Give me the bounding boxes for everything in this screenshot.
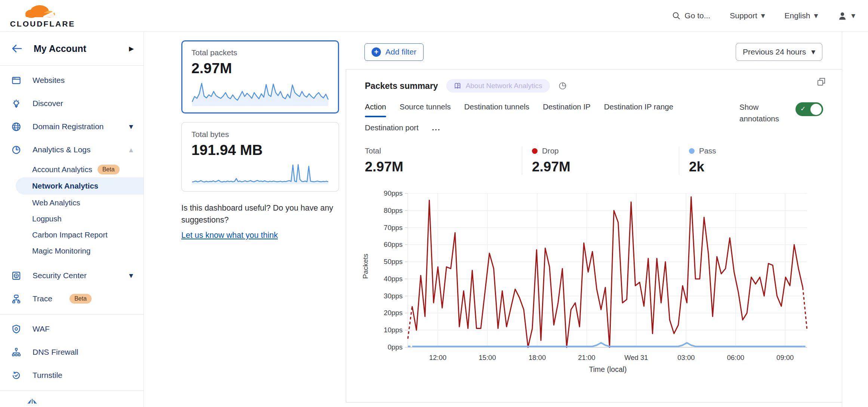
timeseries-svg[interactable]: 0pps10pps20pps30pps40pps50pps60pps70pps8… — [365, 187, 808, 363]
chevron-down-icon: ▼ — [129, 273, 133, 279]
card-value: 2.97M — [191, 60, 329, 77]
sidebar-subitem-account-analytics[interactable]: Account Analytics Beta — [0, 161, 144, 177]
tab-destination-ip[interactable]: Destination IP — [543, 102, 591, 112]
sidebar-subitem-label: Carbon Impact Report — [32, 230, 108, 239]
sidebar-item-label: WAF — [33, 324, 50, 333]
sidebar-item-websites[interactable]: Websites — [0, 69, 144, 92]
security-center-icon — [11, 271, 21, 281]
sidebar-item-analytics-logs[interactable]: Analytics & Logs ▲ — [0, 138, 144, 161]
support-menu[interactable]: Support ▼ — [730, 11, 765, 20]
card-value: 191.94 MB — [191, 142, 329, 158]
svg-text:50pps: 50pps — [384, 258, 403, 265]
sidebar-subitem-web-analytics[interactable]: Web Analytics — [0, 195, 144, 211]
sidebar-subitem-label: Web Analytics — [32, 198, 80, 207]
stat-pass: Pass 2k — [679, 146, 716, 175]
toggle-knob — [810, 104, 822, 115]
cloudflare-logo[interactable]: CLOUDFLARE — [13, 3, 73, 28]
user-account-menu[interactable]: ▼ — [837, 11, 855, 21]
stat-label: Drop — [542, 146, 558, 155]
sidebar-item-label: Websites — [33, 76, 65, 85]
sidebar-item-discover[interactable]: Discover — [0, 92, 144, 115]
svg-text:09:00: 09:00 — [776, 354, 794, 361]
goto-search[interactable]: Go to... — [672, 11, 710, 20]
svg-text:03:00: 03:00 — [677, 354, 695, 361]
x-axis-title: Time (local) — [365, 365, 808, 374]
tab-destination-tunnels[interactable]: Destination tunnels — [464, 102, 529, 112]
user-icon — [837, 11, 847, 21]
sidebar-item-security-center[interactable]: Security Center ▼ — [0, 264, 144, 287]
about-pill-label: About Network Analytics — [466, 82, 542, 90]
chevron-down-icon: ▼ — [811, 49, 815, 55]
show-annotations-label: Show annotations — [739, 102, 785, 125]
add-filter-button[interactable]: + Add filter — [364, 43, 424, 61]
card-title: Total bytes — [191, 130, 329, 139]
svg-text:18:00: 18:00 — [529, 354, 546, 361]
logo-wordmark: CLOUDFLARE — [10, 19, 76, 28]
svg-text:Wed 31: Wed 31 — [624, 354, 648, 361]
sidebar-subitem-label: Network Analytics — [32, 181, 98, 190]
back-arrow-icon[interactable] — [11, 44, 22, 53]
y-axis-title: Packets — [361, 254, 370, 279]
refresh-check-icon — [11, 370, 21, 380]
stats-row: Total 2.97M Drop 2.97M Pass 2k — [365, 146, 823, 175]
right-gutter — [842, 32, 868, 407]
browser-window-icon — [11, 75, 21, 86]
cloudflare-cloud-icon — [20, 3, 65, 19]
sidebar-item-waf[interactable]: WAF — [0, 317, 144, 341]
sidebar-subitem-network-analytics[interactable]: Network Analytics — [16, 177, 144, 195]
feedback-link[interactable]: Let us know what you think — [181, 229, 278, 241]
sidebar-item-domain-registration[interactable]: Domain Registration ▼ — [0, 115, 144, 138]
divider — [0, 391, 144, 391]
main-content: + Add filter Previous 24 hours ▼ Packets… — [346, 32, 842, 407]
sidebar-item-label: Analytics & Logs — [33, 145, 90, 154]
total-bytes-card[interactable]: Total bytes 191.94 MB — [181, 122, 339, 192]
panel-title: Packets summary — [365, 81, 438, 91]
svg-text:20pps: 20pps — [384, 309, 403, 317]
tab-action[interactable]: Action — [365, 102, 386, 112]
svg-text:12:00: 12:00 — [429, 354, 446, 361]
svg-text:10pps: 10pps — [384, 326, 403, 334]
language-label: English — [785, 11, 810, 20]
packets-timeseries-chart[interactable]: Packets 0pps10pps20pps30pps40pps50pps60p… — [365, 187, 823, 374]
dimension-tabs-row2: Destination port ... — [365, 123, 823, 133]
sidebar-item-trace[interactable]: Trace Beta — [0, 287, 144, 310]
feedback-question: Is this dashboard useful? Do you have an… — [181, 202, 343, 226]
about-network-analytics-pill[interactable]: About Network Analytics — [446, 79, 550, 93]
sidebar-item-turnstile[interactable]: Turnstile — [0, 364, 144, 387]
language-menu[interactable]: English ▼ — [785, 11, 818, 20]
sidebar-subitem-carbon-impact-report[interactable]: Carbon Impact Report — [0, 227, 144, 243]
bytes-sparkline — [191, 163, 329, 184]
svg-text:70pps: 70pps — [384, 224, 403, 232]
data-freshness-pie-icon[interactable] — [558, 81, 567, 90]
sidebar-item-label: Turnstile — [33, 371, 62, 380]
zero-trust-icon[interactable] — [27, 396, 144, 405]
sidebar-subitem-logpush[interactable]: Logpush — [0, 211, 144, 227]
show-annotations-toggle[interactable]: ✓ — [795, 102, 823, 116]
expand-panel-icon[interactable] — [816, 77, 826, 87]
tab-destination-port[interactable]: Destination port — [365, 123, 419, 133]
sidebar-item-dns-firewall[interactable]: DNS Firewall — [0, 341, 144, 364]
stat-drop: Drop 2.97M — [522, 146, 679, 175]
sidebar-subitem-label: Account Analytics — [32, 165, 92, 174]
add-filter-label: Add filter — [385, 47, 416, 56]
book-icon — [454, 82, 461, 90]
sidebar-item-label: DNS Firewall — [33, 348, 79, 357]
divider — [0, 65, 144, 66]
packets-summary-panel: Packets summary About Network Analytics — [346, 69, 842, 403]
stat-total: Total 2.97M — [365, 146, 522, 175]
top-navigation-bar: CLOUDFLARE Go to... Support ▼ English ▼ … — [0, 0, 868, 32]
trace-icon — [11, 294, 21, 304]
stat-label: Pass — [699, 146, 716, 155]
drop-legend-dot — [532, 148, 538, 154]
sidebar: My Account ▶ Websites Discover — [0, 32, 144, 407]
tab-destination-ip-range[interactable]: Destination IP range — [604, 102, 673, 112]
time-range-label: Previous 24 hours — [743, 47, 806, 56]
account-title[interactable]: My Account — [34, 43, 86, 54]
sidebar-subitem-magic-monitoring[interactable]: Magic Monitoring — [0, 243, 144, 259]
chevron-right-icon[interactable]: ▶ — [129, 45, 134, 52]
more-tabs-button[interactable]: ... — [432, 123, 441, 133]
shield-gear-icon — [11, 324, 21, 334]
tab-source-tunnels[interactable]: Source tunnels — [400, 102, 451, 112]
total-packets-card[interactable]: Total packets 2.97M — [181, 40, 339, 114]
time-range-dropdown[interactable]: Previous 24 hours ▼ — [736, 43, 822, 61]
